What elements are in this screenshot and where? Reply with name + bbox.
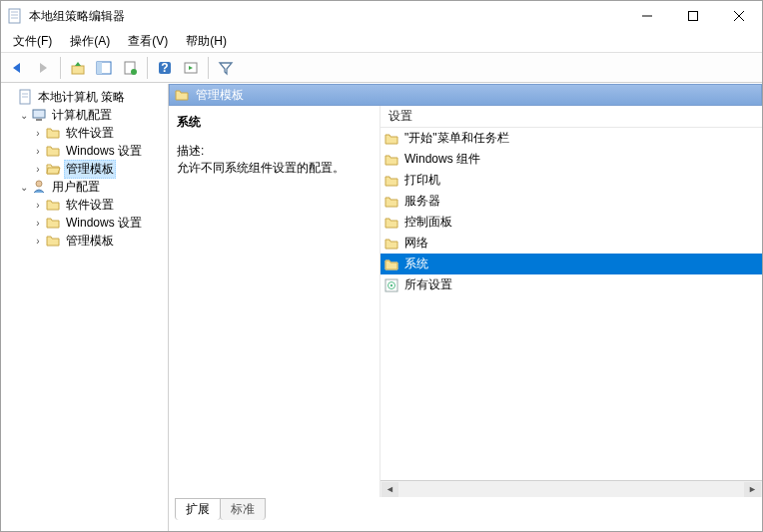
svg-rect-10 — [97, 62, 102, 74]
tab-standard[interactable]: 标准 — [220, 498, 266, 520]
tree-root[interactable]: 本地计算机 策略 — [3, 88, 166, 106]
tree-label: 管理模板 — [64, 233, 116, 250]
expand-icon[interactable]: › — [31, 164, 45, 175]
toolbar-separator — [60, 57, 61, 79]
tree-label: Windows 设置 — [64, 215, 144, 232]
tree-windows-settings[interactable]: › Windows 设置 — [3, 142, 166, 160]
list-panel: 设置 "开始"菜单和任务栏Windows 组件打印机服务器控制面板网络系统所有设… — [381, 106, 762, 497]
toolbar-separator — [208, 57, 209, 79]
help-button[interactable]: ? — [153, 56, 177, 80]
folder-icon — [45, 143, 61, 159]
list-item-label: 控制面板 — [404, 214, 452, 231]
collapse-icon[interactable]: ⌄ — [17, 110, 31, 121]
properties-button[interactable] — [118, 56, 142, 80]
list-item[interactable]: "开始"菜单和任务栏 — [381, 128, 762, 149]
expand-icon[interactable]: › — [31, 128, 45, 139]
svg-rect-8 — [72, 66, 84, 74]
folder-icon — [382, 151, 400, 169]
menu-file[interactable]: 文件(F) — [5, 31, 60, 52]
window-title: 本地组策略编辑器 — [29, 8, 624, 25]
menu-view[interactable]: 查看(V) — [120, 31, 176, 52]
list-item-label: 所有设置 — [404, 276, 452, 293]
folder-icon — [382, 130, 400, 148]
view-tabs: 扩展 标准 — [169, 497, 762, 519]
expand-icon[interactable]: › — [31, 200, 45, 211]
forward-button[interactable] — [31, 56, 55, 80]
tree-label: 计算机配置 — [50, 107, 114, 124]
tree-label: 本地计算机 策略 — [36, 89, 127, 106]
svg-rect-20 — [36, 119, 42, 121]
folder-open-icon — [45, 161, 61, 177]
list-item-label: 系统 — [404, 256, 428, 272]
folder-icon — [382, 172, 400, 190]
toolbar-separator — [147, 57, 148, 79]
list-item[interactable]: 服务器 — [381, 191, 762, 212]
description-panel: 系统 描述: 允许不同系统组件设置的配置。 — [169, 106, 381, 497]
svg-rect-0 — [9, 9, 20, 23]
tree-admin-templates[interactable]: › 管理模板 — [3, 160, 166, 178]
expand-icon[interactable]: › — [31, 218, 45, 229]
description-text: 允许不同系统组件设置的配置。 — [177, 160, 372, 177]
up-level-button[interactable] — [66, 56, 90, 80]
list-item-label: "开始"菜单和任务栏 — [404, 130, 509, 147]
collapse-icon[interactable]: ⌄ — [17, 182, 31, 193]
tree-computer-config[interactable]: ⌄ 计算机配置 — [3, 106, 166, 124]
content-area: 本地计算机 策略 ⌄ 计算机配置 › 软件设置 › Windows 设置 › 管… — [1, 83, 762, 531]
folder-icon — [382, 214, 400, 232]
app-icon — [7, 8, 23, 24]
list-item[interactable]: Windows 组件 — [381, 149, 762, 170]
toolbar-button[interactable] — [179, 56, 203, 80]
tree-user-config[interactable]: ⌄ 用户配置 — [3, 178, 166, 196]
folder-icon — [45, 125, 61, 141]
settings-list[interactable]: "开始"菜单和任务栏Windows 组件打印机服务器控制面板网络系统所有设置 — [381, 128, 762, 480]
tree-admin-templates[interactable]: › 管理模板 — [3, 232, 166, 250]
close-button[interactable] — [716, 1, 762, 31]
tree-windows-settings[interactable]: › Windows 设置 — [3, 214, 166, 232]
tab-extended[interactable]: 扩展 — [175, 498, 221, 520]
show-hide-tree-button[interactable] — [92, 56, 116, 80]
list-item-label: 服务器 — [404, 193, 440, 210]
user-icon — [31, 179, 47, 195]
tree-software-settings[interactable]: › 软件设置 — [3, 196, 166, 214]
maximize-button[interactable] — [670, 1, 716, 31]
list-item[interactable]: 系统 — [381, 254, 762, 274]
list-item[interactable]: 网络 — [381, 233, 762, 254]
filter-button[interactable] — [214, 56, 238, 80]
tree-label: Windows 设置 — [64, 143, 144, 160]
svg-point-12 — [131, 69, 137, 75]
horizontal-scrollbar[interactable]: ◄ ► — [381, 480, 762, 497]
details-header-title: 管理模板 — [196, 87, 244, 104]
list-item-label: 打印机 — [404, 172, 440, 189]
selected-item-heading: 系统 — [177, 114, 372, 131]
svg-point-24 — [390, 283, 392, 285]
tree-software-settings[interactable]: › 软件设置 — [3, 124, 166, 142]
settings-icon — [382, 276, 400, 294]
list-item[interactable]: 打印机 — [381, 170, 762, 191]
details-body: 系统 描述: 允许不同系统组件设置的配置。 设置 "开始"菜单和任务栏Windo… — [169, 106, 762, 497]
scroll-left-button[interactable]: ◄ — [382, 482, 398, 497]
scroll-right-button[interactable]: ► — [744, 482, 761, 497]
back-button[interactable] — [5, 56, 29, 80]
tree-label: 软件设置 — [64, 125, 116, 142]
folder-icon — [45, 215, 61, 231]
document-icon — [17, 89, 33, 105]
menu-action[interactable]: 操作(A) — [62, 31, 118, 52]
folder-icon — [382, 235, 400, 253]
svg-point-21 — [36, 181, 42, 187]
expand-icon[interactable]: › — [31, 236, 45, 247]
tree-label: 用户配置 — [50, 179, 102, 196]
folder-icon — [45, 197, 61, 213]
padding — [169, 519, 762, 531]
details-pane: 管理模板 系统 描述: 允许不同系统组件设置的配置。 设置 "开始"菜单和任务栏… — [169, 84, 762, 531]
computer-icon — [31, 107, 47, 123]
list-item[interactable]: 所有设置 — [381, 274, 762, 295]
tree-label: 软件设置 — [64, 197, 116, 214]
expand-icon[interactable]: › — [31, 146, 45, 157]
column-header-settings[interactable]: 设置 — [381, 106, 762, 128]
svg-text:?: ? — [161, 61, 168, 75]
tree-pane[interactable]: 本地计算机 策略 ⌄ 计算机配置 › 软件设置 › Windows 设置 › 管… — [1, 84, 169, 531]
minimize-button[interactable] — [624, 1, 670, 31]
list-item[interactable]: 控制面板 — [381, 212, 762, 233]
menu-help[interactable]: 帮助(H) — [178, 31, 235, 52]
svg-rect-19 — [33, 110, 45, 118]
